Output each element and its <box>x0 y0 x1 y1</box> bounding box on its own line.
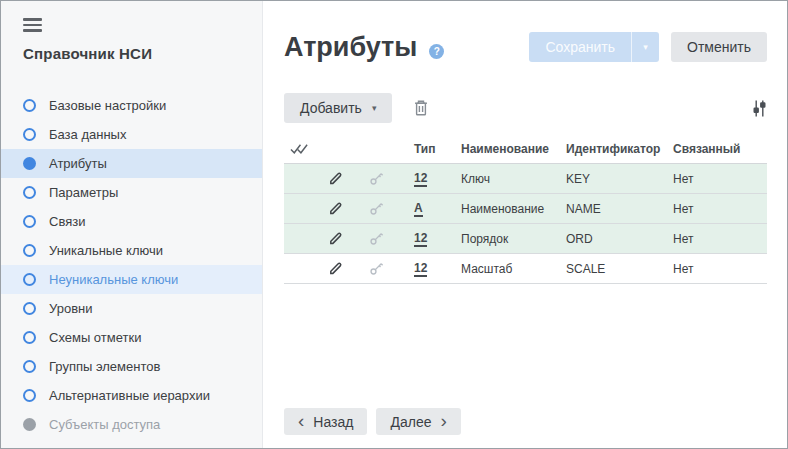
sidebar-item-database[interactable]: База данных <box>1 120 262 149</box>
radio-circle-icon <box>23 128 36 141</box>
sidebar-item-attributes[interactable]: Атрибуты <box>1 149 262 178</box>
row-name: Ключ <box>461 172 566 186</box>
sidebar-item-unique-keys[interactable]: Уникальные ключи <box>1 236 262 265</box>
key-icon <box>369 261 384 276</box>
sidebar-item-mark-schemes[interactable]: Схемы отметки <box>1 323 262 352</box>
attributes-table: Тип Наименование Идентификатор Связанный <box>284 134 767 284</box>
wizard-footer: ‹ Назад Далее › <box>284 408 470 435</box>
edit-row-button[interactable] <box>314 261 356 276</box>
chevron-left-icon: ‹ <box>298 411 304 430</box>
cancel-button[interactable]: Отменить <box>671 32 767 62</box>
help-icon[interactable]: ? <box>429 44 444 59</box>
pencil-icon <box>328 201 343 216</box>
key-toggle-button[interactable] <box>356 171 396 186</box>
row-identifier: KEY <box>566 172 673 186</box>
type-numeric-icon: 12 <box>414 262 427 277</box>
sidebar-item-levels[interactable]: Уровни <box>1 294 262 323</box>
edit-row-button[interactable] <box>314 231 356 246</box>
pencil-icon <box>328 171 343 186</box>
radio-circle-icon <box>23 215 36 228</box>
next-button[interactable]: Далее › <box>376 408 460 435</box>
add-button[interactable]: Добавить ▾ <box>284 93 392 123</box>
sidebar-item-parameters[interactable]: Параметры <box>1 178 262 207</box>
sidebar-item-element-groups[interactable]: Группы элементов <box>1 352 262 381</box>
row-name: Масштаб <box>461 262 566 276</box>
table-row[interactable]: 12 Порядок ORD Нет <box>284 224 767 254</box>
pencil-icon <box>328 261 343 276</box>
table-header-row: Тип Наименование Идентификатор Связанный <box>284 134 767 164</box>
sidebar-item-nonunique-keys[interactable]: Неуникальные ключи <box>1 265 262 294</box>
type-numeric-icon: 12 <box>414 172 427 187</box>
row-linked: Нет <box>673 172 767 186</box>
row-linked: Нет <box>673 232 767 246</box>
radio-circle-icon <box>23 360 36 373</box>
column-header-type: Тип <box>396 142 461 156</box>
main-panel: Атрибуты ? Сохранить ▾ Отменить Добавить… <box>264 1 787 448</box>
toolbar: Добавить ▾ <box>284 93 767 123</box>
type-string-icon: A <box>414 202 423 217</box>
row-identifier: NAME <box>566 202 673 216</box>
radio-circle-icon <box>23 302 36 315</box>
column-settings-button[interactable] <box>752 100 767 117</box>
sidebar-title: Справочник НСИ <box>23 45 262 62</box>
row-name: Наименование <box>461 202 566 216</box>
key-icon <box>369 201 384 216</box>
table-row[interactable]: A Наименование NAME Нет <box>284 194 767 224</box>
radio-circle-icon <box>23 157 36 170</box>
edit-row-button[interactable] <box>314 171 356 186</box>
row-linked: Нет <box>673 262 767 276</box>
pencil-icon <box>328 231 343 246</box>
type-numeric-icon: 12 <box>414 232 427 247</box>
trash-icon <box>413 99 429 117</box>
caret-down-icon: ▾ <box>372 103 377 113</box>
key-icon <box>369 171 384 186</box>
sidebar-item-alternative-hierarchies[interactable]: Альтернативные иерархии <box>1 381 262 410</box>
save-split-button: Сохранить ▾ <box>529 32 659 62</box>
radio-circle-icon <box>23 273 36 286</box>
column-header-identifier: Идентификатор <box>566 142 673 156</box>
hamburger-menu-icon[interactable] <box>23 18 42 32</box>
back-button[interactable]: ‹ Назад <box>284 408 367 435</box>
sidebar-nav: Базовые настройки База данных Атрибуты П… <box>1 91 262 439</box>
save-button[interactable]: Сохранить <box>529 32 631 62</box>
row-name: Порядок <box>461 232 566 246</box>
select-all-button[interactable] <box>284 143 314 155</box>
sliders-icon <box>752 100 767 117</box>
sidebar: Справочник НСИ Базовые настройки База да… <box>1 1 263 448</box>
key-toggle-button[interactable] <box>356 261 396 276</box>
row-linked: Нет <box>673 202 767 216</box>
delete-button[interactable] <box>413 99 429 117</box>
column-header-name: Наименование <box>461 142 566 156</box>
double-check-icon <box>290 143 309 155</box>
chevron-right-icon: › <box>440 411 446 430</box>
table-row[interactable]: 12 Масштаб SCALE Нет <box>284 254 767 284</box>
radio-circle-icon <box>23 418 36 431</box>
radio-circle-icon <box>23 244 36 257</box>
radio-circle-icon <box>23 186 36 199</box>
sidebar-item-relations[interactable]: Связи <box>1 207 262 236</box>
sidebar-item-basic-settings[interactable]: Базовые настройки <box>1 91 262 120</box>
key-toggle-button[interactable] <box>356 201 396 216</box>
sidebar-item-access-subjects: Субъекты доступа <box>1 410 262 439</box>
table-row[interactable]: 12 Ключ KEY Нет <box>284 164 767 194</box>
radio-circle-icon <box>23 99 36 112</box>
edit-row-button[interactable] <box>314 201 356 216</box>
radio-circle-icon <box>23 331 36 344</box>
save-dropdown-button[interactable]: ▾ <box>631 32 659 62</box>
row-identifier: SCALE <box>566 262 673 276</box>
app-window: Справочник НСИ Базовые настройки База да… <box>0 0 788 449</box>
caret-down-icon: ▾ <box>643 42 648 52</box>
key-icon <box>369 231 384 246</box>
radio-circle-icon <box>23 389 36 402</box>
page-title: Атрибуты <box>284 32 417 63</box>
column-header-linked: Связанный <box>673 142 767 156</box>
page-header: Атрибуты ? Сохранить ▾ Отменить <box>284 30 767 64</box>
row-identifier: ORD <box>566 232 673 246</box>
key-toggle-button[interactable] <box>356 231 396 246</box>
